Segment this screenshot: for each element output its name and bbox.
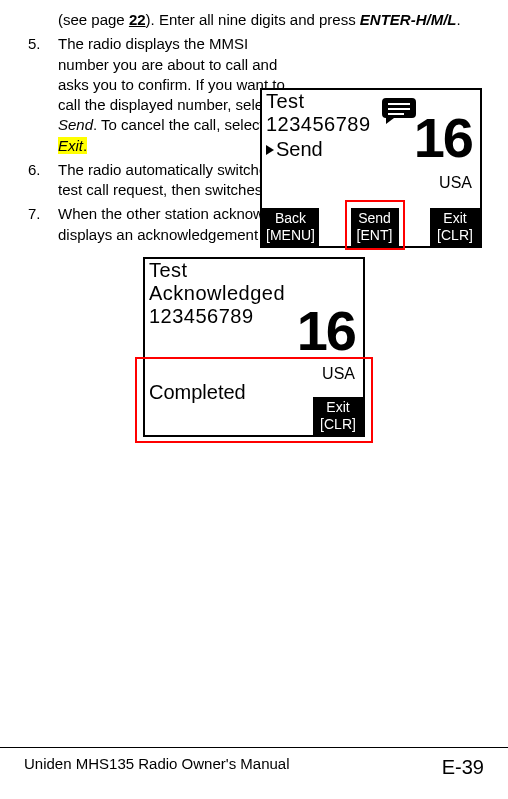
completed-label: Completed <box>149 379 246 406</box>
step-number: 7. <box>28 204 41 224</box>
exit-highlight: Exit. <box>58 137 87 154</box>
step-number: 5. <box>28 34 41 54</box>
cursor-icon <box>266 145 274 155</box>
channel-number: 16 <box>297 303 355 359</box>
radio-screen-ack: Test Acknowledged 123456789 16 USA Compl… <box>143 257 365 437</box>
text: . <box>83 137 87 154</box>
screen-line: Test <box>145 259 363 282</box>
softkey-key: [MENU] <box>266 227 315 244</box>
enter-key-label: ENTER-H/M/L <box>360 11 457 28</box>
softkey-key: [CLR] <box>317 416 359 433</box>
softkey-key: [CLR] <box>434 227 476 244</box>
speech-bubble-icon <box>380 96 418 126</box>
back-softkey[interactable]: Back [MENU] <box>262 208 319 246</box>
step-number: 6. <box>28 160 41 180</box>
region-label: USA <box>322 363 355 385</box>
orphan-paragraph: (see page 22). Enter all nine digits and… <box>24 10 484 30</box>
softkey-key: [ENT] <box>355 227 395 244</box>
text: The radio displays the MMSI number you a… <box>58 35 285 113</box>
screen1-wrap: Test 123456789 Send 16 USA Back [MENU] <box>260 88 482 248</box>
softkey-row: Back [MENU] Send [ENT] Exit [CLR] <box>262 204 480 246</box>
exit-softkey[interactable]: Exit [CLR] <box>430 208 480 246</box>
screen2-wrap: Test Acknowledged 123456789 16 USA Compl… <box>24 249 484 437</box>
exit-word: Exit <box>58 137 83 154</box>
channel-number: 16 <box>414 110 472 166</box>
send-label: Send <box>276 138 323 160</box>
page-ref: 22 <box>129 11 146 28</box>
softkey-label: Send <box>355 210 395 227</box>
softkey-label: Exit <box>434 210 476 227</box>
softkey-label: Back <box>266 210 315 227</box>
send-word: Send <box>58 116 93 133</box>
screen-top: Test 123456789 Send 16 USA <box>262 90 480 208</box>
exit-softkey[interactable]: Exit [CLR] <box>313 397 363 435</box>
softkey-row: Exit [CLR] <box>313 397 363 435</box>
radio-screen-send: Test 123456789 Send 16 USA Back [MENU] <box>260 88 482 248</box>
text: (see page <box>58 11 129 28</box>
step-5-text: The radio displays the MMSI number you a… <box>58 34 293 156</box>
footer-title: Uniden MHS135 Radio Owner's Manual <box>24 754 290 781</box>
softkey-label: Exit <box>317 399 359 416</box>
page-footer: Uniden MHS135 Radio Owner's Manual E-39 <box>0 747 508 781</box>
page-number: E-39 <box>442 754 484 781</box>
region-label: USA <box>439 172 472 194</box>
screen2-outer: Test Acknowledged 123456789 16 USA Compl… <box>143 257 365 437</box>
text: . To cancel the call, select <box>93 116 264 133</box>
send-softkey[interactable]: Send [ENT] <box>351 208 399 246</box>
text: ). Enter all nine digits and press <box>146 11 360 28</box>
text: . <box>457 11 461 28</box>
